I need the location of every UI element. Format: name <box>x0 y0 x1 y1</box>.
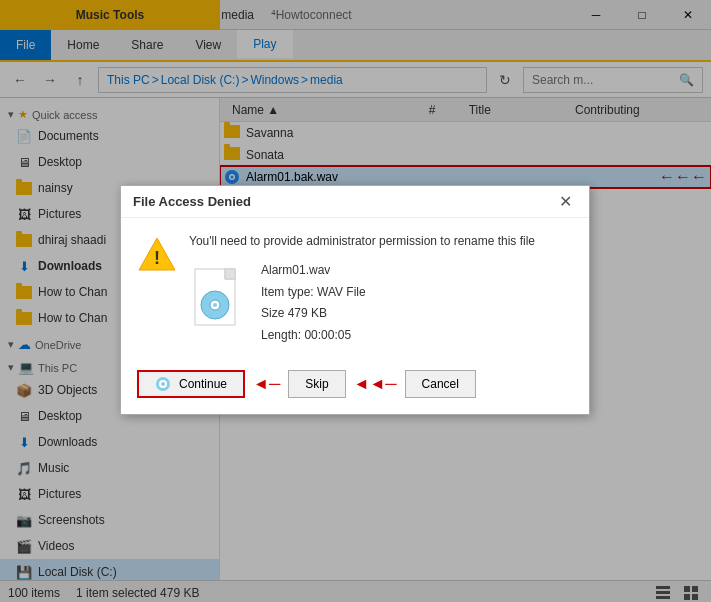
dialog-title: File Access Denied <box>133 194 553 209</box>
dialog-file-area: Alarm01.wav Item type: WAV File Size 479… <box>189 260 573 346</box>
dialog-overlay: File Access Denied ✕ ! You'll need to pr… <box>0 0 711 602</box>
dialog-size: Size 479 KB <box>261 303 366 325</box>
cancel-button[interactable]: Cancel <box>405 370 476 398</box>
skip-btn-label: Skip <box>305 377 328 391</box>
itemtype-value: WAV File <box>317 285 366 299</box>
warning-icon: ! <box>137 234 177 274</box>
itemtype-label: Item type: <box>261 285 314 299</box>
svg-rect-29 <box>225 269 235 279</box>
size-value: 479 KB <box>288 306 327 320</box>
skip-left-arrow: ◄─ <box>253 375 280 393</box>
skip-button[interactable]: Skip <box>288 370 345 398</box>
length-label: Length: <box>261 328 301 342</box>
dialog-message: You'll need to provide administrator per… <box>189 234 573 248</box>
size-label: Size <box>261 306 284 320</box>
file-access-denied-dialog: File Access Denied ✕ ! You'll need to pr… <box>120 185 590 415</box>
continue-button[interactable]: Continue <box>137 370 245 398</box>
svg-text:!: ! <box>154 248 160 268</box>
dialog-filename: Alarm01.wav <box>261 260 366 282</box>
length-value: 00:00:05 <box>304 328 351 342</box>
dialog-close-button[interactable]: ✕ <box>553 190 577 214</box>
dialog-length: Length: 00:00:05 <box>261 325 366 347</box>
dialog-buttons: Continue ◄─ Skip ◄◄─ Cancel <box>121 362 589 414</box>
dialog-itemtype: Item type: WAV File <box>261 282 366 304</box>
svg-point-32 <box>213 303 217 307</box>
dialog-title-bar: File Access Denied ✕ <box>121 186 589 218</box>
cancel-left-arrow: ◄◄─ <box>354 375 397 393</box>
svg-point-35 <box>161 382 165 386</box>
dialog-body: ! You'll need to provide administrator p… <box>121 218 589 362</box>
cancel-btn-label: Cancel <box>422 377 459 391</box>
dialog-file-info: Alarm01.wav Item type: WAV File Size 479… <box>261 260 366 346</box>
continue-btn-label: Continue <box>179 377 227 391</box>
dialog-file-icon <box>189 260 249 330</box>
dialog-content: You'll need to provide administrator per… <box>189 234 573 346</box>
